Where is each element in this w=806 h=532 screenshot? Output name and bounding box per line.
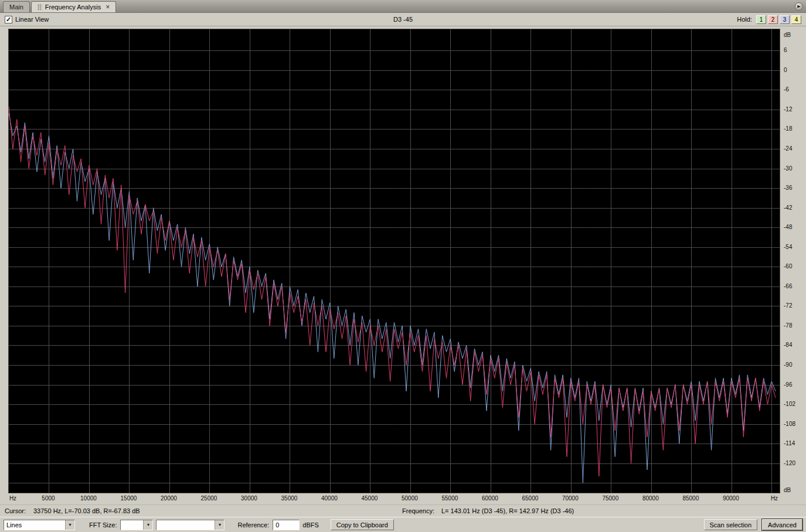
copy-to-clipboard-button[interactable]: Copy to Clipboard [331, 519, 394, 530]
display-mode-value: Lines [4, 520, 65, 530]
y-tick-label: -48 [784, 224, 792, 230]
hold-label: Hold: [737, 16, 752, 23]
y-tick-label: -102 [784, 401, 795, 407]
cursor-status-value: 33750 Hz, L=-70.03 dB, R=-67.83 dB [33, 507, 140, 514]
x-tick-label: 90000 [723, 495, 739, 502]
reference-label: Reference: [237, 521, 269, 528]
hold-group: Hold: 1 2 3 4 [737, 15, 801, 24]
fft-window-value [157, 520, 215, 530]
tab-frequency-analysis[interactable]: Frequency Analysis × [31, 1, 116, 12]
x-tick-label: 85000 [682, 495, 699, 502]
x-tick-label: 45000 [362, 495, 378, 502]
x-axis-unit-left: Hz [9, 495, 16, 502]
y-tick-label: -42 [784, 204, 792, 211]
x-tick-label: 35000 [281, 495, 298, 502]
y-tick-label: -120 [784, 460, 795, 466]
x-tick-label: 60000 [482, 495, 498, 502]
y-tick-label: -84 [784, 342, 792, 348]
cursor-note-readout: D3 -45 [393, 16, 413, 23]
y-tick-label: -12 [784, 106, 792, 112]
scan-selection-button[interactable]: Scan selection [704, 519, 758, 530]
x-axis-hz-scale: Hz50001000015000200002500030000350004000… [0, 493, 806, 504]
fft-size-label: FFT Size: [89, 521, 117, 528]
x-tick-label: 10000 [80, 495, 97, 502]
display-mode-dropdown-icon[interactable]: ▼ [65, 520, 74, 530]
x-tick-label: 25000 [201, 495, 217, 502]
y-tick-label: -90 [784, 362, 792, 368]
spectrum-canvas[interactable] [8, 29, 780, 493]
y-tick-label: 0 [784, 67, 787, 73]
y-tick-label: -72 [784, 302, 792, 309]
tab-main-label: Main [9, 4, 23, 11]
y-tick-label: -96 [784, 381, 792, 388]
y-tick-label: -24 [784, 145, 792, 152]
y-tick-label: -66 [784, 283, 792, 289]
fft-window-dropdown-icon[interactable]: ▼ [215, 520, 224, 530]
x-tick-label: 20000 [161, 495, 177, 502]
x-tick-label: 75000 [602, 495, 618, 502]
frequency-status-label: Frequency: [402, 507, 434, 514]
y-axis-unit-bottom: dB [784, 487, 791, 493]
display-mode-select[interactable]: Lines ▼ [4, 520, 75, 530]
status-bar: Cursor: 33750 Hz, L=-70.03 dB, R=-67.83 … [0, 504, 806, 517]
tab-close-icon[interactable]: × [106, 4, 110, 10]
y-tick-label: -18 [784, 125, 792, 132]
fft-window-select[interactable]: ▼ [156, 520, 225, 530]
x-axis-unit-right: Hz [771, 495, 778, 502]
x-tick-label: 70000 [562, 495, 579, 502]
hold-button-2[interactable]: 2 [768, 15, 778, 24]
x-tick-label: 40000 [321, 495, 338, 502]
hold-button-4[interactable]: 4 [791, 15, 801, 24]
reference-unit-label: dBFS [302, 521, 319, 528]
analysis-toolbar: ✓ Linear View D3 -45 Hold: 1 2 3 4 [0, 13, 806, 26]
frequency-analysis-window: Main Frequency Analysis × ▶ ✓ Linear Vie… [0, 0, 806, 532]
linear-view-checkbox[interactable]: ✓ [5, 16, 12, 23]
check-icon: ✓ [6, 16, 11, 22]
tab-bar: Main Frequency Analysis × ▶ [0, 0, 806, 13]
panel-menu-arrow-icon: ▶ [797, 4, 800, 9]
x-tick-label: 50000 [402, 495, 418, 502]
hold-button-1[interactable]: 1 [756, 15, 766, 24]
y-tick-label: -36 [784, 185, 792, 191]
linear-view-label: Linear View [15, 16, 49, 23]
y-tick-label: -114 [784, 440, 795, 446]
fft-size-value [121, 520, 143, 530]
y-tick-label: -6 [784, 86, 789, 93]
y-tick-label: -54 [784, 244, 792, 250]
x-tick-label: 55000 [441, 495, 458, 502]
y-axis-db-scale: dB60-6-12-18-24-30-36-42-48-54-60-66-72-… [780, 29, 806, 493]
y-axis-unit-top: dB [784, 32, 791, 38]
y-tick-label: -78 [784, 322, 792, 329]
fft-size-select[interactable]: ▼ [120, 520, 153, 530]
y-tick-label: -30 [784, 165, 792, 172]
x-tick-label: 65000 [522, 495, 538, 502]
fft-size-dropdown-icon[interactable]: ▼ [143, 520, 152, 530]
cursor-status-label: Cursor: [5, 507, 26, 514]
x-tick-label: 80000 [642, 495, 659, 502]
hold-button-3[interactable]: 3 [780, 15, 790, 24]
controls-bar: Lines ▼ FFT Size: ▼ ▼ Reference: dBFS Co… [0, 517, 806, 532]
tab-grip-icon [38, 4, 42, 11]
reference-input[interactable] [273, 520, 300, 530]
tab-frequency-analysis-label: Frequency Analysis [45, 4, 101, 11]
y-tick-label: -108 [784, 421, 795, 427]
x-tick-label: 30000 [241, 495, 257, 502]
frequency-status-value: L= 143.01 Hz (D3 -45), R= 142.97 Hz (D3 … [441, 507, 574, 514]
panel-menu-button[interactable]: ▶ [795, 2, 803, 11]
spectrum-plot-area: dB60-6-12-18-24-30-36-42-48-54-60-66-72-… [0, 29, 806, 493]
x-tick-label: 15000 [121, 495, 137, 502]
y-tick-label: 6 [784, 47, 787, 53]
y-tick-label: -60 [784, 263, 792, 270]
tab-main[interactable]: Main [3, 1, 30, 12]
advanced-button[interactable]: Advanced [762, 519, 802, 530]
x-tick-label: 5000 [42, 495, 55, 502]
